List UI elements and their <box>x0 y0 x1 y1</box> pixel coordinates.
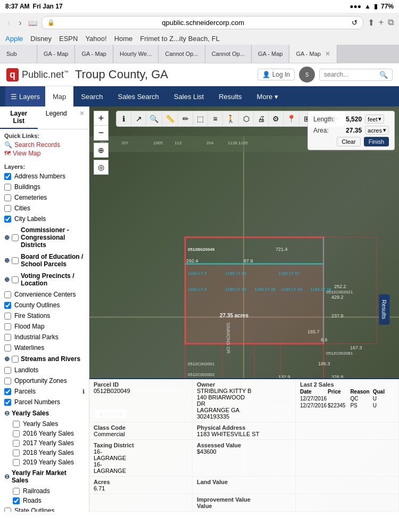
layer-parcel-numbers-checkbox[interactable] <box>4 399 11 406</box>
sublayer-2018[interactable]: 2018 Yearly Sales <box>0 448 89 457</box>
layer-convenience[interactable]: Convenience Centers <box>0 289 89 300</box>
layer-landlots[interactable]: Landlots <box>0 365 89 375</box>
toolbar-settings-btn[interactable]: ⚙ <box>269 111 284 126</box>
bookmark-yahoo[interactable]: Yahoo! <box>85 35 106 43</box>
search-box[interactable]: 🔍 <box>319 69 393 81</box>
layer-parcels[interactable]: Parcels ℹ <box>0 386 89 397</box>
layer-streams-checkbox[interactable] <box>12 356 19 363</box>
layer-fire-stations[interactable]: Fire Stations <box>0 310 89 321</box>
layer-board-checkbox[interactable] <box>12 257 19 264</box>
toolbar-arrow-btn[interactable]: ↗ <box>131 111 146 126</box>
add-tab-icon[interactable]: + <box>379 18 384 28</box>
toolbar-zoom-btn[interactable]: 🔍 <box>146 111 162 126</box>
toolbar-layers-btn[interactable]: ≡ <box>208 111 223 126</box>
layer-cemeteries[interactable]: Cemeteries <box>0 192 89 203</box>
bookmark-frimet[interactable]: Frimet to Z...ity Beach, FL <box>140 35 220 43</box>
layer-waterlines[interactable]: Waterlines <box>0 342 89 353</box>
layer-city-labels-checkbox[interactable] <box>4 216 11 223</box>
layer-state-outlines[interactable]: State Outlines <box>0 505 89 512</box>
layer-city-labels[interactable]: City Labels <box>0 214 89 224</box>
layer-waterlines-checkbox[interactable] <box>4 345 11 351</box>
search-records-link[interactable]: 🔍 Search Records <box>4 141 85 149</box>
layer-address-numbers[interactable]: Address Numbers <box>0 171 89 182</box>
tab-hourly[interactable]: Hourly We... <box>113 45 159 63</box>
back-button[interactable]: ‹ <box>5 17 12 29</box>
zoom-out-button[interactable]: − <box>94 126 109 141</box>
layer-county-outlines-checkbox[interactable] <box>4 302 11 309</box>
layer-industrial[interactable]: Industrial Parks <box>0 332 89 342</box>
layer-address-numbers-checkbox[interactable] <box>4 173 11 180</box>
layer-yearly-sales-header[interactable]: ⊖ Yearly Sales <box>4 408 85 418</box>
layer-county-outlines[interactable]: County Outlines <box>0 300 89 310</box>
search-input[interactable] <box>324 71 377 78</box>
layer-group-board[interactable]: ⊕ Board of Education / School Parcels <box>0 251 89 270</box>
sign-in-button[interactable]: 👤 Log In <box>257 69 295 80</box>
tab-cannot2[interactable]: Cannot Op... <box>205 45 252 63</box>
tabs-icon[interactable]: ⧉ <box>388 18 394 28</box>
sidebar-close-icon[interactable]: ✕ <box>75 107 89 129</box>
nav-layers[interactable]: ☰ Layers <box>5 86 45 107</box>
layer-group-yearly-sales[interactable]: ⊖ Yearly Sales <box>0 407 89 419</box>
nav-map[interactable]: Map <box>45 86 73 107</box>
compass-button[interactable]: ⊕ <box>94 143 109 158</box>
sublayer-yearly-sales[interactable]: Yearly Sales <box>0 419 89 429</box>
toolbar-point-btn[interactable]: 📍 <box>284 111 300 126</box>
layer-industrial-checkbox[interactable] <box>4 334 11 341</box>
sublayer-roads[interactable]: Roads <box>0 496 89 505</box>
finish-button[interactable]: Finish <box>364 137 389 146</box>
toolbar-select-btn[interactable]: ⬚ <box>193 111 208 126</box>
layer-streams-header[interactable]: ⊕ Streams and Rivers <box>4 354 85 364</box>
sublayer-2017[interactable]: 2017 Yearly Sales <box>0 438 89 448</box>
tab-close-icon[interactable]: ✕ <box>325 50 330 58</box>
clear-button[interactable]: Clear <box>337 137 360 146</box>
location-button[interactable]: ◎ <box>94 160 109 175</box>
sublayer-2019[interactable]: 2019 Yearly Sales <box>0 457 89 467</box>
layer-commissioner-header[interactable]: ⊕ Commissioner - Congressional Districts <box>4 225 85 250</box>
tab-cannot1[interactable]: Cannot Op... <box>159 45 205 63</box>
toolbar-measure-btn[interactable]: 📏 <box>162 111 178 126</box>
bookmark-espn[interactable]: ESPN <box>59 35 78 43</box>
length-unit-selector[interactable]: feet ▾ <box>365 114 384 124</box>
layer-board-header[interactable]: ⊕ Board of Education / School Parcels <box>4 252 85 269</box>
sidebar-tab-layer-list[interactable]: Layer List <box>0 107 38 129</box>
bookmark-apple[interactable]: Apple <box>5 35 23 43</box>
sublayer-2018-checkbox[interactable] <box>13 449 20 456</box>
nav-sales-list[interactable]: Sales List <box>167 86 211 107</box>
toolbar-info-btn[interactable]: ℹ <box>117 111 131 126</box>
tab-ga2[interactable]: GA - Map <box>75 45 113 63</box>
layer-fire-stations-checkbox[interactable] <box>4 313 11 320</box>
view-map-link[interactable]: 🗺 View Map <box>4 150 85 157</box>
search-icon[interactable]: 🔍 <box>379 71 388 79</box>
sidebar-tab-legend[interactable]: Legend <box>38 107 76 129</box>
layer-convenience-checkbox[interactable] <box>4 291 11 298</box>
layer-cities[interactable]: Cities <box>0 203 89 214</box>
tab-ga3[interactable]: GA - Map <box>252 45 289 63</box>
layer-fair-market-header[interactable]: ⊖ Yearly Fair Market Sales <box>4 468 85 485</box>
layer-state-outlines-checkbox[interactable] <box>4 508 11 512</box>
area-unit-selector[interactable]: acres ▾ <box>365 126 389 135</box>
layer-flood-map-checkbox[interactable] <box>4 323 11 330</box>
layer-group-streams[interactable]: ⊕ Streams and Rivers <box>0 353 89 365</box>
parcels-info-icon[interactable]: ℹ <box>82 388 85 395</box>
layer-cemeteries-checkbox[interactable] <box>4 194 11 201</box>
bookmark-home[interactable]: Home <box>114 35 133 43</box>
sublayer-roads-checkbox[interactable] <box>13 497 20 504</box>
tab-ga4[interactable]: GA - Map ✕ <box>289 45 337 63</box>
results-tab[interactable]: Results <box>379 294 390 324</box>
toolbar-streetview-btn[interactable]: 🚶 <box>223 111 239 126</box>
layer-flood-map[interactable]: Flood Map <box>0 321 89 332</box>
sublayer-railroads-checkbox[interactable] <box>13 488 20 495</box>
tab-sub[interactable]: Sub <box>0 45 37 63</box>
layer-parcel-numbers[interactable]: Parcel Numbers <box>0 397 89 407</box>
map-area[interactable]: ASHLEY ST SIMMONS DR 292.4 87.9 721.4 25… <box>89 107 399 512</box>
toolbar-print-btn[interactable]: 🖨 <box>254 111 269 126</box>
sublayer-railroads[interactable]: Railroads <box>0 486 89 496</box>
layer-opportunity[interactable]: Opportunity Zones <box>0 375 89 386</box>
layer-cities-checkbox[interactable] <box>4 205 11 212</box>
sublayer-2016-checkbox[interactable] <box>13 430 20 437</box>
nav-results[interactable]: Results <box>211 86 249 107</box>
share-icon[interactable]: ⬆ <box>368 18 375 28</box>
nav-more[interactable]: More ▾ <box>250 86 286 107</box>
nav-sales-search[interactable]: Sales Search <box>111 86 167 107</box>
layer-commissioner-checkbox[interactable] <box>12 234 19 241</box>
